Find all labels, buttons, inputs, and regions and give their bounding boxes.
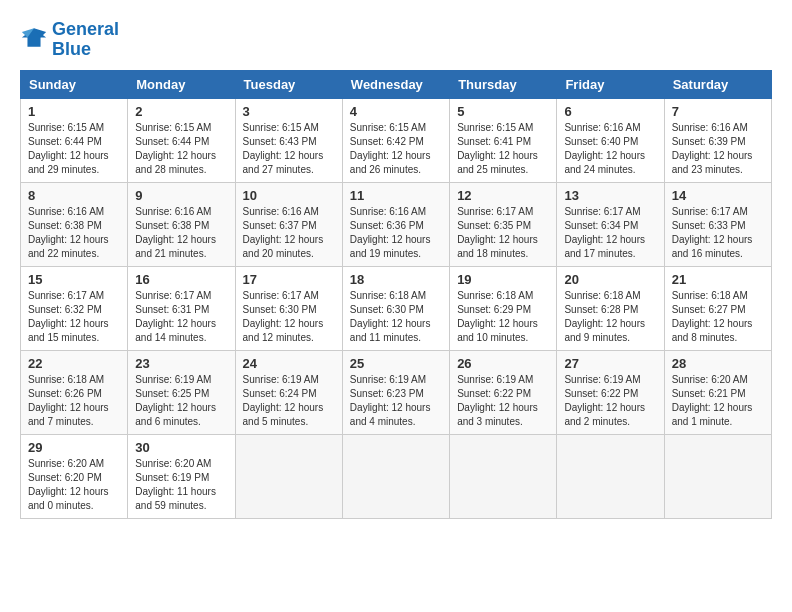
- day-number: 15: [28, 272, 120, 287]
- day-content: Sunrise: 6:19 AM Sunset: 6:24 PM Dayligh…: [243, 373, 335, 429]
- day-content: Sunrise: 6:20 AM Sunset: 6:20 PM Dayligh…: [28, 457, 120, 513]
- day-content: Sunrise: 6:17 AM Sunset: 6:32 PM Dayligh…: [28, 289, 120, 345]
- calendar-cell: 25 Sunrise: 6:19 AM Sunset: 6:23 PM Dayl…: [342, 350, 449, 434]
- calendar-cell: 16 Sunrise: 6:17 AM Sunset: 6:31 PM Dayl…: [128, 266, 235, 350]
- calendar-cell: 19 Sunrise: 6:18 AM Sunset: 6:29 PM Dayl…: [450, 266, 557, 350]
- day-header-friday: Friday: [557, 70, 664, 98]
- day-number: 12: [457, 188, 549, 203]
- logo-icon: [20, 26, 48, 50]
- day-content: Sunrise: 6:19 AM Sunset: 6:22 PM Dayligh…: [457, 373, 549, 429]
- day-number: 30: [135, 440, 227, 455]
- day-content: Sunrise: 6:16 AM Sunset: 6:40 PM Dayligh…: [564, 121, 656, 177]
- day-number: 21: [672, 272, 764, 287]
- calendar-week-2: 8 Sunrise: 6:16 AM Sunset: 6:38 PM Dayli…: [21, 182, 772, 266]
- day-content: Sunrise: 6:20 AM Sunset: 6:19 PM Dayligh…: [135, 457, 227, 513]
- calendar-cell: 12 Sunrise: 6:17 AM Sunset: 6:35 PM Dayl…: [450, 182, 557, 266]
- calendar-cell: [235, 434, 342, 518]
- day-number: 23: [135, 356, 227, 371]
- calendar-cell: 5 Sunrise: 6:15 AM Sunset: 6:41 PM Dayli…: [450, 98, 557, 182]
- calendar-week-3: 15 Sunrise: 6:17 AM Sunset: 6:32 PM Dayl…: [21, 266, 772, 350]
- calendar-cell: 20 Sunrise: 6:18 AM Sunset: 6:28 PM Dayl…: [557, 266, 664, 350]
- day-content: Sunrise: 6:16 AM Sunset: 6:38 PM Dayligh…: [28, 205, 120, 261]
- calendar-cell: [664, 434, 771, 518]
- day-number: 20: [564, 272, 656, 287]
- day-number: 24: [243, 356, 335, 371]
- day-content: Sunrise: 6:15 AM Sunset: 6:42 PM Dayligh…: [350, 121, 442, 177]
- calendar-cell: 2 Sunrise: 6:15 AM Sunset: 6:44 PM Dayli…: [128, 98, 235, 182]
- day-header-sunday: Sunday: [21, 70, 128, 98]
- day-number: 22: [28, 356, 120, 371]
- calendar-cell: 23 Sunrise: 6:19 AM Sunset: 6:25 PM Dayl…: [128, 350, 235, 434]
- day-number: 28: [672, 356, 764, 371]
- page-header: General Blue: [20, 20, 772, 60]
- day-number: 6: [564, 104, 656, 119]
- calendar-cell: 15 Sunrise: 6:17 AM Sunset: 6:32 PM Dayl…: [21, 266, 128, 350]
- day-number: 29: [28, 440, 120, 455]
- calendar-cell: 9 Sunrise: 6:16 AM Sunset: 6:38 PM Dayli…: [128, 182, 235, 266]
- calendar-cell: 24 Sunrise: 6:19 AM Sunset: 6:24 PM Dayl…: [235, 350, 342, 434]
- day-number: 4: [350, 104, 442, 119]
- day-header-wednesday: Wednesday: [342, 70, 449, 98]
- day-number: 16: [135, 272, 227, 287]
- day-header-thursday: Thursday: [450, 70, 557, 98]
- calendar-cell: 26 Sunrise: 6:19 AM Sunset: 6:22 PM Dayl…: [450, 350, 557, 434]
- calendar-cell: 13 Sunrise: 6:17 AM Sunset: 6:34 PM Dayl…: [557, 182, 664, 266]
- day-content: Sunrise: 6:15 AM Sunset: 6:43 PM Dayligh…: [243, 121, 335, 177]
- day-content: Sunrise: 6:17 AM Sunset: 6:33 PM Dayligh…: [672, 205, 764, 261]
- day-number: 13: [564, 188, 656, 203]
- calendar-cell: 30 Sunrise: 6:20 AM Sunset: 6:19 PM Dayl…: [128, 434, 235, 518]
- day-content: Sunrise: 6:16 AM Sunset: 6:38 PM Dayligh…: [135, 205, 227, 261]
- calendar-cell: [342, 434, 449, 518]
- calendar-week-1: 1 Sunrise: 6:15 AM Sunset: 6:44 PM Dayli…: [21, 98, 772, 182]
- calendar-cell: [450, 434, 557, 518]
- day-content: Sunrise: 6:18 AM Sunset: 6:28 PM Dayligh…: [564, 289, 656, 345]
- day-content: Sunrise: 6:20 AM Sunset: 6:21 PM Dayligh…: [672, 373, 764, 429]
- calendar-cell: [557, 434, 664, 518]
- day-content: Sunrise: 6:16 AM Sunset: 6:37 PM Dayligh…: [243, 205, 335, 261]
- day-header-saturday: Saturday: [664, 70, 771, 98]
- day-number: 3: [243, 104, 335, 119]
- calendar-cell: 1 Sunrise: 6:15 AM Sunset: 6:44 PM Dayli…: [21, 98, 128, 182]
- calendar-cell: 18 Sunrise: 6:18 AM Sunset: 6:30 PM Dayl…: [342, 266, 449, 350]
- calendar-cell: 29 Sunrise: 6:20 AM Sunset: 6:20 PM Dayl…: [21, 434, 128, 518]
- day-number: 26: [457, 356, 549, 371]
- day-content: Sunrise: 6:15 AM Sunset: 6:44 PM Dayligh…: [28, 121, 120, 177]
- day-content: Sunrise: 6:15 AM Sunset: 6:44 PM Dayligh…: [135, 121, 227, 177]
- calendar-cell: 21 Sunrise: 6:18 AM Sunset: 6:27 PM Dayl…: [664, 266, 771, 350]
- day-content: Sunrise: 6:16 AM Sunset: 6:36 PM Dayligh…: [350, 205, 442, 261]
- calendar-cell: 27 Sunrise: 6:19 AM Sunset: 6:22 PM Dayl…: [557, 350, 664, 434]
- calendar-header-row: SundayMondayTuesdayWednesdayThursdayFrid…: [21, 70, 772, 98]
- day-number: 25: [350, 356, 442, 371]
- day-number: 11: [350, 188, 442, 203]
- day-number: 5: [457, 104, 549, 119]
- day-number: 8: [28, 188, 120, 203]
- calendar-cell: 17 Sunrise: 6:17 AM Sunset: 6:30 PM Dayl…: [235, 266, 342, 350]
- day-header-monday: Monday: [128, 70, 235, 98]
- day-number: 18: [350, 272, 442, 287]
- day-number: 9: [135, 188, 227, 203]
- day-content: Sunrise: 6:18 AM Sunset: 6:27 PM Dayligh…: [672, 289, 764, 345]
- calendar-table: SundayMondayTuesdayWednesdayThursdayFrid…: [20, 70, 772, 519]
- day-content: Sunrise: 6:17 AM Sunset: 6:34 PM Dayligh…: [564, 205, 656, 261]
- calendar-cell: 28 Sunrise: 6:20 AM Sunset: 6:21 PM Dayl…: [664, 350, 771, 434]
- day-content: Sunrise: 6:17 AM Sunset: 6:31 PM Dayligh…: [135, 289, 227, 345]
- calendar-cell: 10 Sunrise: 6:16 AM Sunset: 6:37 PM Dayl…: [235, 182, 342, 266]
- day-content: Sunrise: 6:16 AM Sunset: 6:39 PM Dayligh…: [672, 121, 764, 177]
- day-content: Sunrise: 6:19 AM Sunset: 6:25 PM Dayligh…: [135, 373, 227, 429]
- calendar-cell: 6 Sunrise: 6:16 AM Sunset: 6:40 PM Dayli…: [557, 98, 664, 182]
- day-number: 19: [457, 272, 549, 287]
- logo-text: General Blue: [52, 20, 119, 60]
- calendar-cell: 11 Sunrise: 6:16 AM Sunset: 6:36 PM Dayl…: [342, 182, 449, 266]
- calendar-cell: 14 Sunrise: 6:17 AM Sunset: 6:33 PM Dayl…: [664, 182, 771, 266]
- calendar-cell: 22 Sunrise: 6:18 AM Sunset: 6:26 PM Dayl…: [21, 350, 128, 434]
- day-header-tuesday: Tuesday: [235, 70, 342, 98]
- day-content: Sunrise: 6:18 AM Sunset: 6:30 PM Dayligh…: [350, 289, 442, 345]
- day-number: 10: [243, 188, 335, 203]
- day-content: Sunrise: 6:19 AM Sunset: 6:22 PM Dayligh…: [564, 373, 656, 429]
- day-content: Sunrise: 6:17 AM Sunset: 6:35 PM Dayligh…: [457, 205, 549, 261]
- day-number: 14: [672, 188, 764, 203]
- day-number: 1: [28, 104, 120, 119]
- day-content: Sunrise: 6:19 AM Sunset: 6:23 PM Dayligh…: [350, 373, 442, 429]
- day-number: 17: [243, 272, 335, 287]
- day-number: 27: [564, 356, 656, 371]
